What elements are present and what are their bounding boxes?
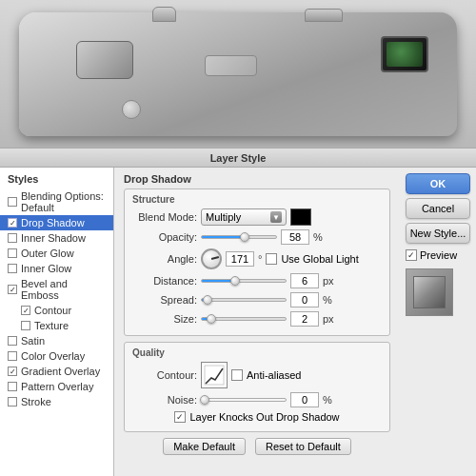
sidebar-item-satin[interactable]: Satin	[0, 333, 113, 348]
spread-unit: %	[323, 294, 332, 306]
sidebar-item-contour[interactable]: ✓ Contour	[0, 303, 113, 318]
opacity-row: Opacity: %	[132, 229, 382, 245]
noise-thumb[interactable]	[200, 395, 209, 405]
sidebar-item-drop-shadow[interactable]: ✓ Drop Shadow	[0, 215, 113, 230]
sidebar-item-inner-shadow[interactable]: Inner Shadow	[0, 230, 113, 246]
size-unit: px	[323, 313, 334, 325]
layer-style-dialog: Layer Style Styles Blending Options: Def…	[0, 148, 476, 476]
sidebar-item-pattern-overlay[interactable]: Pattern Overlay	[0, 379, 113, 394]
layer-knocks-row: Layer Knocks Out Drop Shadow	[132, 411, 382, 423]
anti-alias-label: Anti-aliased	[247, 369, 301, 381]
distance-thumb[interactable]	[230, 276, 240, 286]
sidebar-item-label: Inner Shadow	[21, 232, 86, 244]
sidebar-item-outer-glow[interactable]: Outer Glow	[0, 246, 113, 261]
satin-checkbox[interactable]	[8, 336, 17, 346]
sidebar-item-label: Bevel and Emboss	[21, 278, 106, 301]
sidebar-item-label: Satin	[21, 335, 45, 347]
spread-label: Spread:	[132, 294, 197, 306]
layer-knocks-checkbox[interactable]	[174, 411, 186, 423]
angle-input[interactable]	[226, 251, 254, 267]
sidebar-item-label: Gradient Overlay	[21, 366, 100, 377]
sidebar-item-blending[interactable]: Blending Options: Default	[0, 188, 113, 215]
blend-mode-color-swatch[interactable]	[290, 208, 311, 226]
pattern-overlay-checkbox[interactable]	[8, 382, 17, 391]
distance-unit: px	[323, 275, 334, 287]
preview-label: Preview	[420, 249, 457, 261]
sidebar-item-inner-glow[interactable]: Inner Glow	[0, 261, 113, 276]
distance-slider[interactable]	[201, 279, 287, 283]
spread-slider[interactable]	[201, 298, 287, 302]
panel-title: Drop Shadow	[124, 173, 390, 185]
contour-thumbnail[interactable]	[201, 362, 228, 388]
stroke-checkbox[interactable]	[8, 397, 17, 407]
outer-glow-checkbox[interactable]	[8, 248, 17, 258]
contour-label: Contour:	[132, 369, 197, 381]
quality-section: Quality Contour: Anti-aliased	[124, 342, 390, 432]
ok-button[interactable]: OK	[406, 173, 470, 194]
preview-checkbox[interactable]	[406, 249, 417, 261]
noise-slider[interactable]	[201, 398, 287, 402]
texture-checkbox[interactable]	[21, 321, 30, 330]
blend-mode-label: Blend Mode:	[132, 211, 197, 223]
bevel-emboss-checkbox[interactable]: ✓	[8, 285, 17, 294]
make-default-button[interactable]: Make Default	[163, 438, 246, 455]
preview-inner-swatch	[413, 276, 446, 308]
blend-mode-dropdown[interactable]: Multiply ▼	[201, 208, 287, 226]
preview-row: Preview	[406, 249, 470, 261]
global-light-row: Use Global Light	[266, 253, 358, 265]
dialog-title: Layer Style	[210, 152, 267, 164]
anti-alias-row: Anti-aliased	[231, 369, 301, 381]
size-thumb[interactable]	[207, 314, 216, 324]
sidebar-item-color-overlay[interactable]: Color Overlay	[0, 348, 113, 364]
sidebar-title: Styles	[0, 171, 113, 188]
global-light-checkbox[interactable]	[266, 253, 277, 265]
spread-row: Spread: %	[132, 292, 382, 307]
contour-sidebar-checkbox[interactable]: ✓	[21, 306, 30, 315]
sidebar-item-label: Stroke	[21, 396, 51, 407]
contour-row: Contour: Anti-aliased	[132, 362, 382, 388]
right-buttons-panel: OK Cancel New Style... Preview	[400, 168, 476, 476]
sidebar-item-label: Inner Glow	[21, 263, 71, 274]
sidebar-item-bevel-emboss[interactable]: ✓ Bevel and Emboss	[0, 276, 113, 303]
drop-shadow-checkbox[interactable]: ✓	[8, 218, 17, 228]
angle-row: Angle: ° Use Global Light	[132, 248, 382, 269]
distance-input[interactable]	[290, 273, 319, 288]
noise-unit: %	[323, 394, 332, 406]
opacity-thumb[interactable]	[240, 232, 249, 242]
camera-preview	[0, 0, 476, 148]
size-input[interactable]	[290, 311, 319, 327]
color-overlay-checkbox[interactable]	[8, 351, 17, 361]
size-slider[interactable]	[201, 317, 287, 321]
sidebar-item-label: Color Overlay	[21, 350, 85, 362]
angle-dial[interactable]	[201, 248, 222, 269]
sidebar-item-gradient-overlay[interactable]: ✓ Gradient Overlay	[0, 364, 113, 379]
inner-shadow-checkbox[interactable]	[8, 233, 17, 243]
spread-input[interactable]	[290, 292, 319, 307]
opacity-slider[interactable]	[201, 235, 277, 239]
contour-svg	[204, 365, 225, 386]
inner-glow-checkbox[interactable]	[8, 264, 17, 273]
noise-input[interactable]	[290, 392, 319, 407]
blend-mode-value: Multiply	[206, 211, 241, 223]
camera-image	[19, 12, 457, 136]
new-style-button[interactable]: New Style...	[406, 223, 470, 244]
structure-section: Structure Blend Mode: Multiply ▼ Opacity…	[124, 188, 390, 336]
blending-checkbox[interactable]	[8, 197, 17, 207]
angle-unit: °	[258, 253, 262, 265]
spread-thumb[interactable]	[203, 295, 212, 305]
dialog-title-bar: Layer Style	[0, 149, 476, 168]
styles-sidebar: Styles Blending Options: Default ✓ Drop …	[0, 168, 114, 476]
size-row: Size: px	[132, 311, 382, 327]
anti-alias-checkbox[interactable]	[231, 369, 243, 381]
sidebar-item-stroke[interactable]: Stroke	[0, 394, 113, 409]
preview-thumbnail	[406, 268, 453, 316]
reset-default-button[interactable]: Reset to Default	[255, 438, 351, 455]
sidebar-item-texture[interactable]: Texture	[0, 318, 113, 333]
sidebar-item-label: Outer Glow	[21, 248, 74, 259]
opacity-input[interactable]	[281, 229, 309, 245]
structure-label: Structure	[132, 194, 382, 205]
layer-knocks-label: Layer Knocks Out Drop Shadow	[189, 411, 339, 423]
cancel-button[interactable]: Cancel	[406, 198, 470, 219]
gradient-overlay-checkbox[interactable]: ✓	[8, 367, 17, 376]
opacity-unit: %	[313, 231, 323, 243]
